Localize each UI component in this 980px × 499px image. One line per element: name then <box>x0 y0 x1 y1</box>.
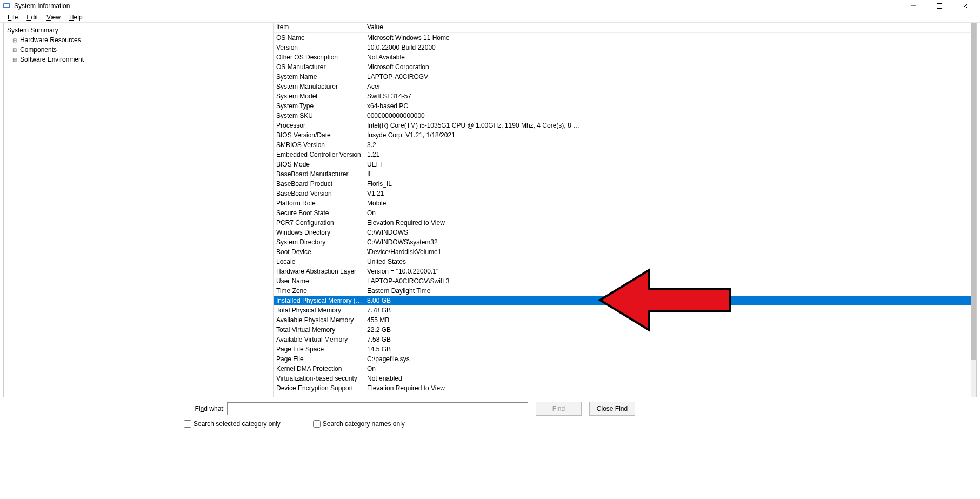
row-value: LAPTOP-A0CIROGV <box>365 73 580 81</box>
row-value: Not Available <box>365 54 580 61</box>
row-key: Version <box>274 44 365 51</box>
row-value: Mobile <box>365 199 580 207</box>
detail-row[interactable]: Version10.0.22000 Build 22000 <box>274 43 971 52</box>
category-tree[interactable]: System Summary ⊞Hardware Resources ⊞Comp… <box>4 23 274 397</box>
tree-child-software[interactable]: ⊞Software Environment <box>7 55 270 64</box>
menu-edit[interactable]: Edit <box>22 14 42 21</box>
detail-row[interactable]: Embedded Controller Version1.21 <box>274 150 971 159</box>
detail-row[interactable]: Windows DirectoryC:\WINDOWS <box>274 228 971 237</box>
detail-row[interactable]: Kernel DMA ProtectionOn <box>274 364 971 374</box>
row-value: Acer <box>365 83 580 90</box>
find-button[interactable]: Find <box>536 402 582 416</box>
row-value: Version = "10.0.22000.1" <box>365 268 580 275</box>
detail-row[interactable]: System ManufacturerAcer <box>274 82 971 91</box>
column-value[interactable]: Value <box>365 23 580 32</box>
search-selected-checkbox[interactable]: Search selected category only <box>184 420 281 428</box>
detail-row[interactable]: Boot Device\Device\HarddiskVolume1 <box>274 247 971 257</box>
tree-root[interactable]: System Summary <box>7 25 270 35</box>
menu-file[interactable]: File <box>3 14 22 21</box>
detail-row[interactable]: OS NameMicrosoft Windows 11 Home <box>274 33 971 43</box>
close-button[interactable] <box>953 0 978 12</box>
row-key: Total Physical Memory <box>274 307 365 314</box>
detail-row[interactable]: System Typex64-based PC <box>274 101 971 111</box>
row-value: Intel(R) Core(TM) i5-1035G1 CPU @ 1.00GH… <box>365 122 580 129</box>
scrollbar-thumb[interactable] <box>971 23 976 360</box>
detail-row[interactable]: System DirectoryC:\WINDOWS\system32 <box>274 237 971 247</box>
detail-row[interactable]: Virtualization-based securityNot enabled <box>274 374 971 383</box>
detail-header: Item Value <box>274 23 976 33</box>
row-key: Boot Device <box>274 248 365 256</box>
row-key: User Name <box>274 277 365 285</box>
row-value: LAPTOP-A0CIROGV\Swift 3 <box>365 277 580 285</box>
maximize-button[interactable] <box>927 0 952 12</box>
row-value: Microsoft Corporation <box>365 63 580 71</box>
detail-row[interactable]: Secure Boot StateOn <box>274 208 971 218</box>
detail-row[interactable]: Other OS DescriptionNot Available <box>274 52 971 62</box>
row-value: x64-based PC <box>365 102 580 110</box>
row-key: Page File Space <box>274 345 365 353</box>
detail-row[interactable]: OS ManufacturerMicrosoft Corporation <box>274 62 971 72</box>
detail-row[interactable]: BIOS ModeUEFI <box>274 159 971 169</box>
detail-row[interactable]: Page FileC:\pagefile.sys <box>274 354 971 364</box>
column-item[interactable]: Item <box>274 23 365 32</box>
annotation-arrow <box>595 265 735 337</box>
row-value: 1.21 <box>365 151 580 158</box>
detail-row[interactable]: System SKU0000000000000000 <box>274 111 971 121</box>
tree-child-components[interactable]: ⊞Components <box>7 45 270 55</box>
row-value: V1.21 <box>365 190 580 197</box>
row-value: Swift SF314-57 <box>365 92 580 100</box>
row-key: Page File <box>274 355 365 363</box>
row-key: BIOS Mode <box>274 161 365 168</box>
minimize-button[interactable] <box>901 0 926 12</box>
row-key: System Manufacturer <box>274 83 365 90</box>
detail-row[interactable]: Platform RoleMobile <box>274 198 971 208</box>
detail-pane: Item Value OS NameMicrosoft Windows 11 H… <box>274 23 976 397</box>
search-category-names-checkbox[interactable]: Search category names only <box>313 420 405 428</box>
detail-row[interactable]: Page File Space14.5 GB <box>274 344 971 354</box>
row-value: C:\pagefile.sys <box>365 355 580 363</box>
menu-help[interactable]: Help <box>65 14 87 21</box>
tree-child-hardware[interactable]: ⊞Hardware Resources <box>7 35 270 45</box>
detail-row[interactable]: System ModelSwift SF314-57 <box>274 91 971 101</box>
expand-icon[interactable]: ⊞ <box>11 47 18 53</box>
row-value: Elevation Required to View <box>365 219 580 227</box>
expand-icon[interactable]: ⊞ <box>11 57 18 63</box>
row-value: On <box>365 365 580 372</box>
row-key: System Model <box>274 92 365 100</box>
app-icon <box>2 2 11 10</box>
row-value: 10.0.22000 Build 22000 <box>365 44 580 51</box>
detail-row[interactable]: PCR7 ConfigurationElevation Required to … <box>274 218 971 228</box>
row-key: BaseBoard Manufacturer <box>274 170 365 178</box>
row-value: 22.2 GB <box>365 326 580 334</box>
close-find-button[interactable]: Close Find <box>589 402 635 416</box>
detail-row[interactable]: BaseBoard ManufacturerIL <box>274 169 971 179</box>
row-value: Floris_IL <box>365 180 580 188</box>
expand-icon[interactable]: ⊞ <box>11 37 18 43</box>
row-value: 7.58 GB <box>365 336 580 343</box>
menu-view[interactable]: View <box>42 14 65 21</box>
detail-row[interactable]: BaseBoard VersionV1.21 <box>274 189 971 198</box>
row-value: Insyde Corp. V1.21, 1/18/2021 <box>365 131 580 139</box>
row-key: Platform Role <box>274 199 365 207</box>
detail-body[interactable]: OS NameMicrosoft Windows 11 HomeVersion1… <box>274 33 971 397</box>
detail-row[interactable]: BIOS Version/DateInsyde Corp. V1.21, 1/1… <box>274 130 971 140</box>
row-value: \Device\HarddiskVolume1 <box>365 248 580 256</box>
row-value: 14.5 GB <box>365 345 580 353</box>
row-key: Kernel DMA Protection <box>274 365 365 372</box>
row-value: On <box>365 209 580 217</box>
row-key: Available Physical Memory <box>274 316 365 324</box>
detail-row[interactable]: ProcessorIntel(R) Core(TM) i5-1035G1 CPU… <box>274 121 971 130</box>
detail-row[interactable]: SMBIOS Version3.2 <box>274 140 971 150</box>
detail-row[interactable]: System NameLAPTOP-A0CIROGV <box>274 72 971 82</box>
row-value: Elevation Required to View <box>365 384 580 392</box>
row-key: Time Zone <box>274 287 365 295</box>
vertical-scrollbar[interactable] <box>971 23 976 397</box>
detail-row[interactable]: Device Encryption SupportElevation Requi… <box>274 383 971 393</box>
row-key: PCR7 Configuration <box>274 219 365 227</box>
row-key: Available Virtual Memory <box>274 336 365 343</box>
detail-row[interactable]: BaseBoard ProductFloris_IL <box>274 179 971 189</box>
row-key: SMBIOS Version <box>274 141 365 149</box>
row-value: C:\WINDOWS <box>365 229 580 236</box>
row-key: Virtualization-based security <box>274 375 365 382</box>
find-input[interactable] <box>227 402 528 415</box>
